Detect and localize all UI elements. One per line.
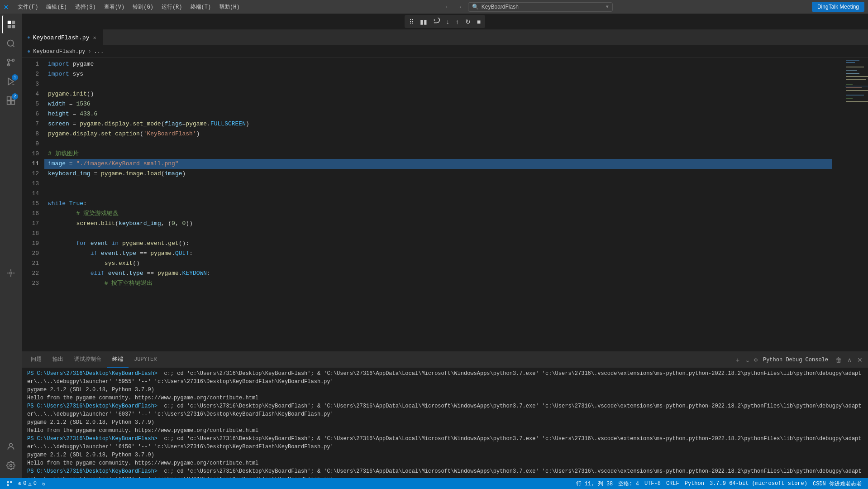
terminal-tab-terminal[interactable]: 终端 xyxy=(107,352,129,368)
code-line-3[interactable] xyxy=(44,79,832,89)
code-line-7[interactable]: screen = pygame.display.set_mode(flags=p… xyxy=(44,119,832,129)
terminal-close-button[interactable]: ✕ xyxy=(855,355,864,364)
activity-search[interactable] xyxy=(2,34,20,53)
code-line-9[interactable] xyxy=(44,139,832,149)
status-row-col[interactable]: 行 11, 列 38 xyxy=(573,478,616,489)
search-input[interactable] xyxy=(482,4,603,10)
search-bar[interactable]: 🔍 ▼ xyxy=(468,2,613,12)
terminal-tab-jupyter[interactable]: JUPYTER xyxy=(129,352,162,368)
svg-rect-12 xyxy=(7,97,11,101)
titlebar-left: ✕ 文件(F) 编辑(E) 选择(S) 查看(V) 转到(G) 运行(R) 终端… xyxy=(0,2,243,12)
terminal-split-button[interactable]: ⌄ xyxy=(743,355,752,364)
debug-step-out-btn[interactable]: ↑ xyxy=(453,16,462,27)
warning-icon: △ xyxy=(28,480,31,487)
status-git[interactable] xyxy=(4,478,15,489)
error-icon: ⊗ xyxy=(18,480,21,487)
debug-toolbar-group: ⠿ ▮▮ ↓ ↑ ↻ ■ xyxy=(405,15,485,28)
status-spaces[interactable]: 空格: 4 xyxy=(615,478,642,489)
terminal-trash-button[interactable]: 🗑 xyxy=(834,355,844,364)
nav-forward-button[interactable]: → xyxy=(454,2,464,11)
code-line-23[interactable]: # 按下空格键退出 xyxy=(44,278,832,288)
svg-rect-14 xyxy=(7,101,11,105)
menu-edit[interactable]: 编辑(E) xyxy=(43,2,71,12)
tabs-bar: ● KeyboardFlash.py ✕ xyxy=(22,30,868,46)
menu-view[interactable]: 查看(V) xyxy=(100,2,129,12)
code-line-6[interactable]: height = 433.6 xyxy=(44,109,832,119)
code-line-21[interactable]: sys.exit() xyxy=(44,259,832,268)
debug-step-into-btn[interactable]: ↓ xyxy=(444,16,452,27)
terminal-line: Hello from the pygame community. https:/… xyxy=(27,427,863,435)
code-line-1[interactable]: import pygame xyxy=(44,59,832,69)
terminal-tabs: 问题 输出 调试控制台 终端 JUPYTER + ⌄ ⚙ Python Debu… xyxy=(22,352,868,368)
svg-point-17 xyxy=(10,443,13,446)
menu-file[interactable]: 文件(F) xyxy=(14,2,42,12)
menu-help[interactable]: 帮助(H) xyxy=(215,2,243,12)
terminal-line: Hello from the pygame community. https:/… xyxy=(27,459,863,467)
code-content[interactable]: import pygameimport syspygame.init()widt… xyxy=(44,58,832,351)
search-icon: 🔍 xyxy=(472,4,479,10)
code-line-22[interactable]: elif event.type == pygame.KEYDOWN: xyxy=(44,268,832,278)
svg-point-33 xyxy=(7,481,9,483)
activity-settings[interactable] xyxy=(2,456,20,475)
code-line-4[interactable]: pygame.init() xyxy=(44,89,832,99)
code-line-18[interactable] xyxy=(44,229,832,239)
code-line-19[interactable]: for event in pygame.event.get(): xyxy=(44,239,832,249)
breadcrumb-more[interactable]: ... xyxy=(94,48,104,55)
status-language[interactable]: Python xyxy=(682,478,707,489)
status-sync[interactable]: ↻ xyxy=(39,478,48,489)
tab-close-btn[interactable]: ✕ xyxy=(92,34,97,41)
debug-toolbar: ⠿ ▮▮ ↓ ↑ ↻ ■ xyxy=(22,14,868,30)
code-line-13[interactable] xyxy=(44,179,832,189)
terminal-tab-output[interactable]: 输出 xyxy=(47,352,69,368)
tab-keyboardflash[interactable]: ● KeyboardFlash.py ✕ xyxy=(22,29,103,45)
svg-rect-21 xyxy=(846,67,864,67)
terminal-tab-problems[interactable]: 问题 xyxy=(25,352,47,368)
activity-extensions[interactable]: 2 xyxy=(2,91,20,110)
svg-line-5 xyxy=(13,45,14,47)
terminal-tab-debug[interactable]: 调试控制台 xyxy=(69,352,107,368)
code-line-11[interactable]: image = "./images/KeyBoard_small.png" xyxy=(44,159,832,169)
breadcrumb-file[interactable]: KeyboardFlash.py xyxy=(33,48,85,55)
code-line-2[interactable]: import sys xyxy=(44,69,832,79)
code-line-14[interactable] xyxy=(44,189,832,199)
terminal-up-button[interactable]: ∧ xyxy=(845,355,854,364)
menu-select[interactable]: 选择(S) xyxy=(72,2,100,12)
status-encoding[interactable]: UTF-8 xyxy=(642,478,663,489)
activity-run-debug[interactable]: 1 xyxy=(2,72,20,91)
code-line-5[interactable]: width = 1536 xyxy=(44,99,832,109)
terminal-add-button[interactable]: + xyxy=(734,355,741,364)
debug-restart-btn[interactable]: ↻ xyxy=(463,16,473,27)
activity-explorer[interactable] xyxy=(2,15,20,34)
debug-pause-btn[interactable]: ▮▮ xyxy=(417,16,430,27)
code-line-10[interactable]: # 加载图片 xyxy=(44,149,832,159)
activity-remote[interactable] xyxy=(2,264,20,282)
status-errors[interactable]: ⊗ 0 △ 0 xyxy=(15,478,39,489)
activity-source-control[interactable] xyxy=(2,53,20,72)
status-python-version[interactable]: 3.7.9 64-bit (microsoft store) xyxy=(707,478,810,489)
debug-step-over-btn[interactable] xyxy=(431,16,443,27)
svg-rect-25 xyxy=(846,79,866,80)
debug-move-btn[interactable]: ⠿ xyxy=(406,16,416,27)
activity-bar: 1 2 xyxy=(0,14,22,478)
code-line-15[interactable]: while True: xyxy=(44,199,832,209)
titlebar-right: DingTalk Meeting xyxy=(812,2,868,12)
debug-stop-btn[interactable]: ■ xyxy=(474,16,483,27)
line-numbers: 1234567891011121314151617181920212223 xyxy=(22,58,44,351)
code-line-17[interactable]: screen.blit(keyboard_img, (0, 0)) xyxy=(44,219,832,229)
terminal-line: PS C:\Users\27316\Desktop\KeyBoardFlash>… xyxy=(27,467,863,478)
editor-container: ⠿ ▮▮ ↓ ↑ ↻ ■ ● KeyboardFlash.py ✕ ● Keyb… xyxy=(22,14,868,478)
code-line-8[interactable]: pygame.display.set_caption('KeyBoardFlas… xyxy=(44,129,832,139)
menu-terminal[interactable]: 终端(T) xyxy=(187,2,215,12)
dingtalk-button[interactable]: DingTalk Meeting xyxy=(812,2,864,12)
menu-run[interactable]: 运行(R) xyxy=(158,2,186,12)
status-csdn: CSDN 你进难老志老 xyxy=(810,478,864,489)
code-line-16[interactable]: # 渲染游戏键盘 xyxy=(44,209,832,219)
nav-back-button[interactable]: ← xyxy=(443,2,453,11)
activity-account[interactable] xyxy=(2,437,20,455)
code-line-20[interactable]: if event.type == pygame.QUIT: xyxy=(44,249,832,259)
menu-goto[interactable]: 转到(G) xyxy=(129,2,157,12)
terminal-actions: + ⌄ ⚙ Python Debug Console 🗑 ∧ ✕ xyxy=(734,355,864,364)
code-line-12[interactable]: keyboard_img = pygame.image.load(image) xyxy=(44,169,832,179)
terminal-content[interactable]: PS C:\Users\27316\Desktop\KeyBoardFlash>… xyxy=(22,368,868,478)
status-line-ending[interactable]: CRLF xyxy=(663,478,682,489)
